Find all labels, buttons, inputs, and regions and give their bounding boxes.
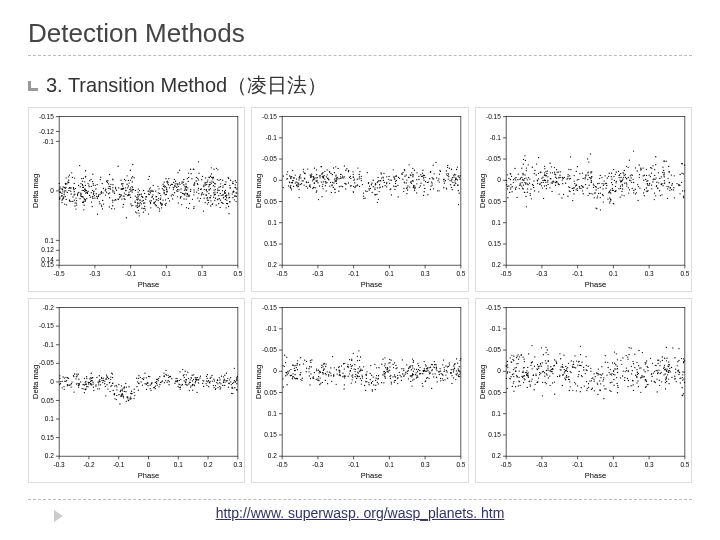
svg-point-378 <box>80 183 81 184</box>
svg-point-2173 <box>73 376 74 377</box>
svg-point-1621 <box>599 175 600 176</box>
svg-point-2058 <box>121 395 122 396</box>
svg-point-1661 <box>526 183 527 184</box>
svg-point-145 <box>79 165 80 166</box>
svg-point-1145 <box>413 181 414 182</box>
svg-point-2388 <box>387 369 388 370</box>
svg-point-718 <box>207 203 208 204</box>
svg-point-1106 <box>355 186 356 187</box>
svg-point-2471 <box>358 368 359 369</box>
svg-point-2766 <box>513 391 514 392</box>
svg-point-1361 <box>541 187 542 188</box>
svg-point-1853 <box>236 383 237 384</box>
svg-point-3063 <box>615 353 616 354</box>
svg-point-1577 <box>619 174 620 175</box>
svg-point-1735 <box>602 185 603 186</box>
svg-point-2952 <box>566 375 567 376</box>
svg-point-3000 <box>651 376 652 377</box>
svg-point-1092 <box>425 181 426 182</box>
svg-point-2411 <box>432 370 433 371</box>
svg-point-624 <box>180 196 181 197</box>
svg-point-2628 <box>437 370 438 371</box>
svg-point-1647 <box>647 185 648 186</box>
svg-point-687 <box>100 179 101 180</box>
svg-point-3091 <box>568 390 569 391</box>
source-link[interactable]: http://www. superwasp. org/wasp_planets.… <box>216 505 505 521</box>
svg-point-2145 <box>236 389 237 390</box>
svg-point-1344 <box>668 172 669 173</box>
svg-point-1824 <box>138 390 139 391</box>
svg-point-2917 <box>666 381 667 382</box>
svg-point-1257 <box>654 169 655 170</box>
svg-point-801 <box>327 169 328 170</box>
svg-point-2030 <box>155 382 156 383</box>
svg-point-419 <box>217 179 218 180</box>
svg-point-808 <box>375 194 376 195</box>
svg-text:Delta mag: Delta mag <box>31 174 40 208</box>
svg-point-1192 <box>455 180 456 181</box>
svg-point-2833 <box>664 365 665 366</box>
svg-text:0.3: 0.3 <box>421 461 430 468</box>
svg-point-1432 <box>638 177 639 178</box>
svg-point-199 <box>194 191 195 192</box>
svg-point-1699 <box>587 171 588 172</box>
svg-point-1850 <box>116 386 117 387</box>
svg-point-3164 <box>515 370 516 371</box>
svg-point-1468 <box>523 192 524 193</box>
svg-point-2501 <box>292 364 293 365</box>
svg-point-926 <box>361 180 362 181</box>
svg-point-3020 <box>513 369 514 370</box>
svg-point-462 <box>91 186 92 187</box>
svg-point-453 <box>217 199 218 200</box>
svg-point-770 <box>393 186 394 187</box>
svg-point-1518 <box>585 175 586 176</box>
svg-point-565 <box>225 195 226 196</box>
svg-point-1019 <box>408 185 409 186</box>
svg-point-992 <box>323 176 324 177</box>
svg-point-3175 <box>597 384 598 385</box>
svg-point-2270 <box>454 368 455 369</box>
svg-point-1903 <box>97 388 98 389</box>
svg-point-576 <box>68 190 69 191</box>
svg-point-2978 <box>577 364 578 365</box>
svg-point-1100 <box>365 190 366 191</box>
svg-point-1193 <box>457 179 458 180</box>
svg-point-3180 <box>523 378 524 379</box>
svg-point-1889 <box>148 376 149 377</box>
svg-point-2762 <box>570 360 571 361</box>
svg-point-2642 <box>316 379 317 380</box>
svg-point-1813 <box>110 376 111 377</box>
svg-point-849 <box>450 184 451 185</box>
svg-point-2286 <box>328 374 329 375</box>
svg-point-500 <box>137 202 138 203</box>
svg-point-49 <box>105 194 106 195</box>
svg-point-939 <box>445 180 446 181</box>
svg-point-3074 <box>591 378 592 379</box>
svg-point-2993 <box>574 382 575 383</box>
title-divider <box>28 55 692 56</box>
svg-text:0.5: 0.5 <box>233 270 242 277</box>
svg-point-1626 <box>543 198 544 199</box>
svg-point-460 <box>92 196 93 197</box>
svg-point-1419 <box>575 189 576 190</box>
svg-point-369 <box>96 184 97 185</box>
svg-text:-0.1: -0.1 <box>572 270 584 277</box>
svg-point-2634 <box>288 371 289 372</box>
svg-point-3046 <box>542 354 543 355</box>
svg-point-1080 <box>321 181 322 182</box>
svg-point-1039 <box>314 177 315 178</box>
svg-point-1332 <box>509 179 510 180</box>
svg-point-601 <box>151 197 152 198</box>
svg-point-2251 <box>412 365 413 366</box>
svg-point-1488 <box>515 177 516 178</box>
svg-point-1607 <box>543 180 544 181</box>
svg-point-35 <box>211 180 212 181</box>
svg-point-300 <box>113 191 114 192</box>
svg-point-2325 <box>411 365 412 366</box>
svg-point-3027 <box>505 378 506 379</box>
svg-point-2657 <box>395 376 396 377</box>
svg-point-1036 <box>436 177 437 178</box>
svg-point-2468 <box>310 360 311 361</box>
svg-point-465 <box>70 191 71 192</box>
svg-point-1290 <box>602 188 603 189</box>
